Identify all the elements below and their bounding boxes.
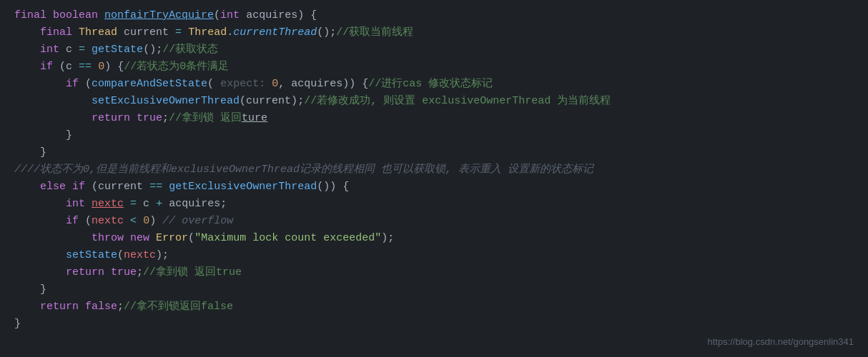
watermark: https://blog.csdn.net/gongsenlin341 (707, 335, 854, 350)
code-line-14: throw new Error("Maximum lock count exce… (14, 230, 854, 247)
code-line-11: else if (current == getExclusiveOwnerThr… (14, 178, 854, 196)
code-line-15: setState(nextc); (14, 247, 854, 264)
code-line-10: ////状态不为0,但是当前线程和exclusiveOwnerThread记录的… (14, 161, 854, 178)
code-line-9: } (14, 144, 854, 161)
code-line-12: int nextc = c + acquires; (14, 196, 854, 213)
code-line-4: if (c == 0) {//若状态为0条件满足 (14, 59, 854, 76)
code-line-8: } (14, 127, 854, 144)
code-line-18: return false;//拿不到锁返回false (14, 298, 854, 316)
code-line-5: if (compareAndSetState( expect: 0, acqui… (14, 76, 854, 93)
code-line-2: final Thread current = Thread.currentThr… (14, 24, 854, 41)
code-line-17: } (14, 281, 854, 298)
code-line-7: return true;//拿到锁 返回ture (14, 110, 854, 127)
code-line-3: int c = getState();//获取状态 (14, 41, 854, 59)
code-line-13: if (nextc < 0) // overflow (14, 213, 854, 230)
code-line-19: } (14, 316, 854, 333)
code-line-6: setExclusiveOwnerThread(current);//若修改成功… (14, 93, 854, 110)
code-block: final boolean nonfairTryAcquire(int acqu… (0, 0, 868, 357)
code-line-1: final boolean nonfairTryAcquire(int acqu… (14, 7, 854, 24)
code-line-16: return true;//拿到锁 返回true (14, 264, 854, 281)
